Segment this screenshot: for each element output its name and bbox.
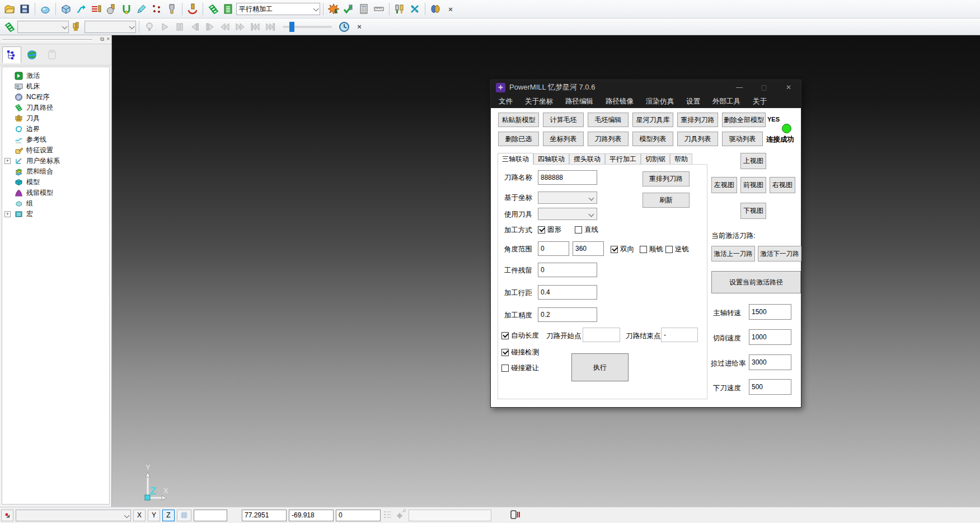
axis-y-button[interactable]: Y	[148, 510, 160, 521]
view-top-button[interactable]: 上视图	[740, 153, 766, 169]
go-to-start-icon[interactable]	[248, 20, 262, 34]
conventional-mill-checkbox[interactable]: 逆铣	[665, 245, 689, 254]
tree-item-models[interactable]: 模型	[2, 177, 109, 188]
minimize-button[interactable]: —	[727, 80, 752, 95]
points-icon[interactable]	[149, 2, 164, 16]
compare-models-icon[interactable]	[428, 2, 443, 16]
tree-item-groups[interactable]: 组	[2, 198, 109, 209]
menu-about[interactable]: 关于	[753, 97, 767, 106]
collision-check-checkbox[interactable]: 碰撞检测	[501, 348, 539, 357]
tree-item-machine[interactable]: 机床	[2, 81, 109, 92]
bidirectional-checkbox[interactable]: 双向	[611, 245, 634, 254]
tree-item-levels[interactable]: 层和组合	[2, 166, 109, 177]
plunge-tool-icon[interactable]	[185, 2, 200, 16]
strategy-list-icon[interactable]	[221, 2, 236, 16]
tab-saw[interactable]: 切割锯	[641, 153, 670, 165]
rearrange-toolpaths-button[interactable]: 重排列刀路	[677, 113, 718, 127]
tab-explorer-web[interactable]	[22, 46, 41, 63]
view-right-button[interactable]: 右视图	[770, 177, 795, 193]
tab-4axis[interactable]: 四轴联动	[533, 153, 569, 165]
sim-toolpath-combobox[interactable]	[17, 21, 69, 33]
grid-size-field[interactable]	[194, 510, 227, 521]
save-project-icon[interactable]	[17, 2, 32, 16]
rearrange-button[interactable]: 重排列刀路	[643, 171, 690, 186]
axis-z-button[interactable]: Z	[162, 510, 175, 521]
tolerance-input[interactable]	[538, 307, 597, 322]
tool-ball-icon[interactable]	[104, 2, 119, 16]
tool-library-button[interactable]: 星河刀具库	[632, 113, 673, 127]
tree-item-patterns[interactable]: 参考线	[2, 134, 109, 145]
tree-item-feature-sets[interactable]: 特征设置	[2, 145, 109, 156]
circle-checkbox[interactable]: 圆形	[538, 225, 561, 235]
menu-external-tools[interactable]: 外部工具	[712, 97, 740, 106]
simulate-check-icon[interactable]	[341, 2, 356, 16]
tab-explorer-clipboard[interactable]	[43, 46, 62, 63]
toolpath-name-input[interactable]	[538, 170, 597, 185]
expand-icon[interactable]: +	[4, 158, 11, 164]
menu-path-edit[interactable]: 路径编辑	[565, 97, 593, 106]
expand-icon[interactable]: +	[4, 211, 11, 217]
stepover-input[interactable]	[538, 285, 597, 300]
menu-path-mirror[interactable]: 路径镜像	[606, 97, 634, 106]
toolpath-end-input[interactable]	[661, 328, 698, 342]
feed-rate-icon[interactable]	[74, 2, 88, 16]
delete-selected-button[interactable]: 删除已选	[498, 132, 539, 146]
angle-to-input[interactable]	[573, 241, 604, 256]
coord-list-button[interactable]: 坐标列表	[543, 132, 584, 146]
toolbar-close-icon[interactable]: ×	[443, 2, 458, 16]
toolbar2-close-icon[interactable]: ×	[352, 20, 367, 34]
tab-help[interactable]: 帮助	[670, 153, 692, 165]
tab-explorer-tree[interactable]	[2, 46, 21, 63]
cutting-speed-input[interactable]	[749, 329, 791, 345]
spindle-speed-input[interactable]	[749, 304, 791, 320]
close-button[interactable]: ✕	[776, 80, 801, 95]
simulation-speed-slider[interactable]	[283, 26, 332, 28]
use-tool-dropdown[interactable]	[538, 208, 597, 220]
delete-all-models-button[interactable]: 删除全部模型	[722, 113, 766, 127]
model-list-button[interactable]: 模型列表	[632, 132, 673, 146]
fast-forward-icon[interactable]	[233, 20, 247, 34]
measure-icon[interactable]	[372, 2, 386, 16]
tool-database-icon[interactable]	[392, 2, 407, 16]
grid-snap-icon[interactable]	[177, 510, 191, 521]
view-bottom-button[interactable]: 下视图	[740, 203, 766, 219]
step-back-icon[interactable]	[187, 20, 202, 34]
tree-item-tools[interactable]: 刀具	[2, 113, 109, 124]
open-project-icon[interactable]	[2, 2, 17, 16]
plunge-speed-input[interactable]	[749, 379, 791, 395]
menu-settings[interactable]: 设置	[686, 97, 700, 106]
execute-button[interactable]: 执行	[571, 353, 629, 381]
maximize-button[interactable]: ▢	[752, 80, 776, 95]
tab-parallel[interactable]: 平行加工	[605, 153, 641, 165]
skim-feed-input[interactable]	[749, 354, 791, 370]
line-checkbox[interactable]: 直线	[575, 225, 598, 235]
set-active-path-button[interactable]: 设置当前激活路径	[711, 271, 801, 293]
sim-tool-combobox[interactable]	[85, 21, 136, 33]
pattern-pencil-icon[interactable]	[134, 2, 149, 16]
view-left-button[interactable]: 左视图	[711, 177, 737, 193]
toolpath-strategy-icon[interactable]	[206, 2, 221, 16]
activate-next-toolpath-button[interactable]: 激活下一刀路	[758, 246, 801, 262]
auto-length-checkbox[interactable]: 自动长度	[501, 331, 539, 340]
pause-icon[interactable]	[172, 20, 187, 34]
activate-prev-toolpath-button[interactable]: 激活上一刀路	[711, 246, 755, 262]
tree-item-macros[interactable]: +宏	[2, 209, 109, 220]
edit-stock-button[interactable]: 毛坯编辑	[588, 113, 629, 127]
shaded-view-icon[interactable]	[38, 2, 53, 16]
overflow-button[interactable]	[1, 510, 13, 521]
leads-links-icon[interactable]	[119, 2, 134, 16]
menu-coords[interactable]: 关于坐标	[525, 97, 553, 106]
climb-mill-checkbox[interactable]: 顺铣	[640, 245, 663, 254]
play-icon[interactable]	[157, 20, 172, 34]
panel-close-icon[interactable]: ×	[106, 36, 110, 43]
tree-item-activate[interactable]: 激活	[2, 71, 109, 81]
calculate-toolpath-icon[interactable]	[326, 2, 341, 16]
tab-swivel-head[interactable]: 摆头联动	[569, 153, 605, 165]
angle-from-input[interactable]	[538, 241, 569, 256]
panel-float-icon[interactable]: ⧉	[100, 36, 104, 43]
go-to-end-icon[interactable]	[263, 20, 278, 34]
collision-avoid-checkbox[interactable]: 碰撞避让	[501, 363, 539, 373]
tree-item-toolpaths[interactable]: 刀具路径	[2, 102, 109, 113]
tool-holder-icon[interactable]	[165, 2, 179, 16]
axis-x-button[interactable]: X	[133, 510, 146, 521]
